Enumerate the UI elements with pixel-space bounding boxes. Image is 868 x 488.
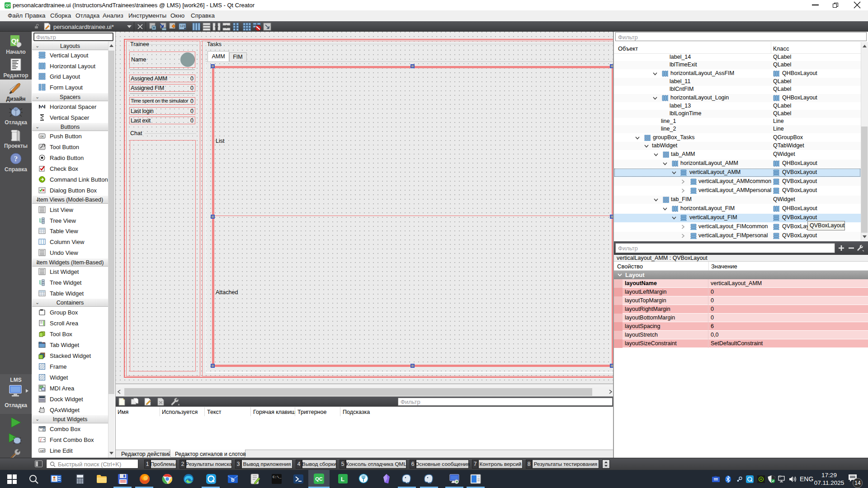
svg-text:OK: OK: [40, 135, 44, 138]
svg-text:C:\_: C:\_: [273, 475, 281, 479]
svg-text:L: L: [341, 476, 344, 483]
svg-text:QC: QC: [315, 476, 323, 482]
svg-text:?: ?: [14, 155, 18, 163]
svg-text:b: b: [231, 477, 234, 483]
svg-text:AB: AB: [40, 450, 43, 452]
svg-text:123: 123: [180, 24, 185, 28]
